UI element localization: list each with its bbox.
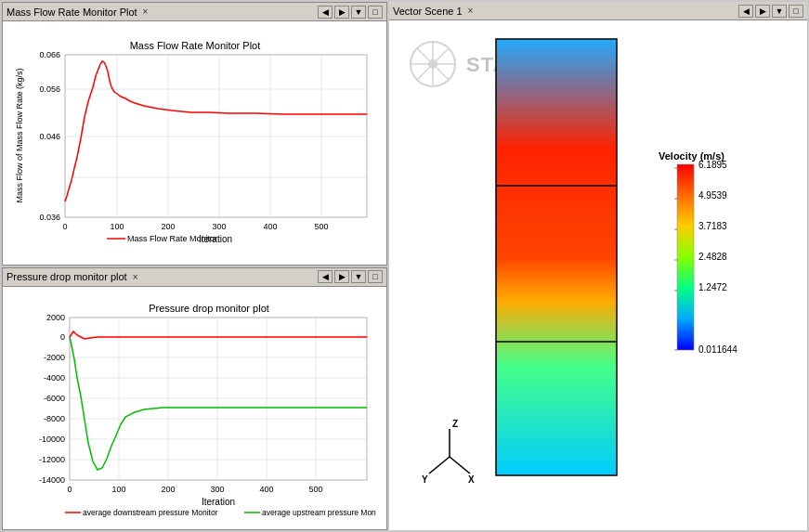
pd-x-0: 0 — [67, 485, 72, 494]
pd-y-n8000: -8000 — [43, 414, 64, 423]
mass-flow-controls: ◀ ▶ ▼ □ — [318, 6, 383, 19]
svg-line-45 — [429, 457, 450, 474]
pd-y-n14000: -14000 — [38, 475, 64, 485]
mf-x-0: 0 — [62, 222, 67, 231]
pd-legend-text1: average downstream pressure Monitor — [83, 508, 218, 517]
mass-flow-titlebar-left: Mass Flow Rate Monitor Plot × — [7, 6, 150, 18]
cb-1247: 1.2472 — [698, 282, 727, 292]
cb-2482: 2.4828 — [698, 252, 727, 262]
vector-field-svg: Velocity (m/s) 6.1895 4.9539 3.7183 2.48… — [403, 30, 793, 522]
cb-4953: 4.9539 — [698, 190, 727, 201]
cb-3718: 3.7183 — [698, 221, 727, 231]
mf-y-046: 0.046 — [39, 132, 60, 141]
pressure-btn-prev[interactable]: ◀ — [318, 270, 333, 283]
vector-titlebar-left: Vector Scene 1 × — [393, 6, 475, 17]
pd-upstream-curve — [70, 337, 367, 470]
pressure-controls: ◀ ▶ ▼ □ — [318, 270, 383, 283]
cb-0011: 0.011644 — [698, 344, 737, 355]
pressure-btn-max[interactable]: □ — [368, 270, 383, 283]
vector-btn-next[interactable]: ▶ — [755, 5, 770, 18]
vector-btn-prev[interactable]: ◀ — [738, 5, 753, 18]
vector-content: STAR-CCM+ — [389, 20, 807, 530]
pd-y-n6000: -6000 — [43, 394, 64, 403]
mass-flow-svg: Mass Flow Rate Monitor Plot — [14, 36, 376, 250]
pressure-titlebar: Pressure drop monitor plot × ◀ ▶ ▼ □ — [3, 268, 386, 287]
main-container: Mass Flow Rate Monitor Plot × ◀ ▶ ▼ □ Ma… — [0, 0, 809, 532]
mass-flow-window: Mass Flow Rate Monitor Plot × ◀ ▶ ▼ □ Ma… — [2, 2, 387, 266]
mf-y-axis-label: Mass Flow of Mass Flow Rate (kg/s) — [15, 68, 24, 202]
pressure-titlebar-left: Pressure drop monitor plot × — [7, 271, 139, 282]
vector-close[interactable]: × — [466, 6, 476, 16]
pd-x-300: 300 — [210, 485, 224, 494]
vector-btn-down[interactable]: ▼ — [772, 5, 787, 18]
svg-line-47 — [450, 457, 470, 474]
mf-legend-text: Mass Flow Rate Monitor — [127, 234, 217, 243]
pd-x-100: 100 — [111, 485, 125, 494]
pressure-close[interactable]: × — [131, 272, 140, 282]
mf-x-500: 500 — [314, 222, 328, 231]
colorbar-rect — [677, 164, 694, 350]
cb-6189: 6.1895 — [698, 160, 727, 170]
svg-text:X: X — [468, 474, 475, 485]
pressure-btn-down[interactable]: ▼ — [351, 270, 366, 283]
pressure-window: Pressure drop monitor plot × ◀ ▶ ▼ □ Pre… — [2, 267, 387, 531]
pd-x-axis-label: Iteration — [201, 497, 234, 507]
pd-y-n10000: -10000 — [38, 435, 64, 444]
mass-flow-btn-max[interactable]: □ — [368, 6, 383, 19]
vector-titlebar: Vector Scene 1 × ◀ ▶ ▼ □ — [389, 2, 807, 20]
pressure-plot: Pressure drop monitor plot — [3, 287, 386, 530]
mf-x-100: 100 — [110, 222, 124, 231]
svg-rect-29 — [70, 318, 367, 480]
vector-title: Vector Scene 1 — [393, 6, 463, 17]
mf-plot-title: Mass Flow Rate Monitor Plot — [129, 40, 260, 51]
pd-x-200: 200 — [161, 485, 175, 494]
pd-y-0: 0 — [59, 332, 64, 342]
mass-flow-titlebar: Mass Flow Rate Monitor Plot × ◀ ▶ ▼ □ — [3, 3, 386, 21]
pressure-title: Pressure drop monitor plot — [7, 271, 127, 282]
mf-x-400: 400 — [263, 222, 277, 231]
pd-downstream-curve — [70, 331, 367, 339]
pd-plot-title: Pressure drop monitor plot — [149, 303, 269, 314]
mass-flow-title: Mass Flow Rate Monitor Plot — [7, 6, 137, 18]
pressure-btn-next[interactable]: ▶ — [334, 270, 349, 283]
svg-text:Z: Z — [452, 419, 458, 429]
axis-indicator: Z Y X — [422, 419, 475, 485]
mf-x-300: 300 — [212, 222, 226, 231]
mass-flow-plot: Mass Flow Rate Monitor Plot — [3, 21, 386, 265]
svg-text:Y: Y — [422, 474, 428, 485]
left-panel: Mass Flow Rate Monitor Plot × ◀ ▶ ▼ □ Ma… — [2, 2, 387, 530]
pressure-svg: Pressure drop monitor plot — [14, 299, 376, 517]
vector-controls: ◀ ▶ ▼ □ — [738, 5, 803, 18]
mf-y-056: 0.056 — [39, 84, 60, 94]
right-panel: Vector Scene 1 × ◀ ▶ ▼ □ — [389, 2, 807, 530]
mass-flow-btn-down[interactable]: ▼ — [351, 6, 366, 19]
velocity-column — [496, 39, 617, 475]
mass-flow-btn-prev[interactable]: ◀ — [318, 6, 333, 19]
mf-y-036: 0.036 — [39, 213, 60, 222]
vector-btn-max[interactable]: □ — [789, 5, 803, 18]
pd-x-400: 400 — [259, 485, 273, 494]
mass-flow-close[interactable]: × — [141, 6, 150, 17]
pd-legend-text2: average upstream pressure Monitor — [262, 508, 376, 517]
pd-y-2000: 2000 — [46, 313, 64, 322]
pd-y-n2000: -2000 — [43, 353, 64, 362]
mass-flow-btn-next[interactable]: ▶ — [334, 6, 349, 19]
pd-y-n12000: -12000 — [38, 455, 64, 464]
mf-x-200: 200 — [161, 222, 175, 231]
pd-y-n4000: -4000 — [43, 373, 64, 383]
pd-x-500: 500 — [308, 485, 322, 494]
mf-y-066: 0.066 — [39, 50, 60, 59]
